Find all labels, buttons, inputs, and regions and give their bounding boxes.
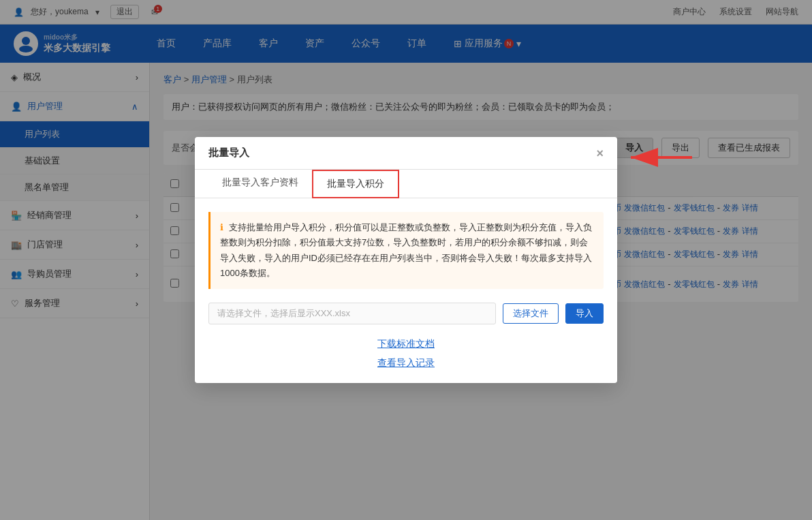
file-input-row: 请选择文件，选择后显示XXX.xlsx 选择文件 导入 — [208, 303, 604, 324]
modal-import-button[interactable]: 导入 — [565, 303, 604, 324]
choose-file-button[interactable]: 选择文件 — [503, 303, 559, 324]
info-icon: ℹ — [220, 222, 223, 232]
modal-dialog: 批量导入 × 批量导入客户资料 批量导入积分 ℹ 支持批量给用户导入积分，积分值… — [195, 137, 617, 382]
modal-links: 下载标准文档 查看导入记录 — [208, 338, 604, 369]
modal-overlay[interactable]: 批量导入 × 批量导入客户资料 批量导入积分 ℹ 支持批量给用户导入积分，积分值… — [0, 0, 812, 520]
modal-header: 批量导入 × — [195, 137, 617, 170]
modal-close-button[interactable]: × — [596, 147, 604, 159]
file-placeholder: 请选择文件，选择后显示XXX.xlsx — [208, 303, 496, 324]
modal-title: 批量导入 — [208, 147, 249, 159]
download-template-link[interactable]: 下载标准文档 — [377, 338, 435, 350]
modal-info-text: 支持批量给用户导入积分，积分值可以是正整数或负整数，导入正整数则为积分充值，导入… — [220, 222, 592, 277]
modal-tab-points[interactable]: 批量导入积分 — [312, 170, 399, 198]
modal-info-box: ℹ 支持批量给用户导入积分，积分值可以是正整数或负整数，导入正整数则为积分充值，… — [208, 212, 604, 288]
import-log-link[interactable]: 查看导入记录 — [377, 357, 435, 369]
modal-tab-customer-data[interactable]: 批量导入客户资料 — [208, 170, 312, 198]
modal-wrapper: 批量导入 × 批量导入客户资料 批量导入积分 ℹ 支持批量给用户导入积分，积分值… — [195, 137, 617, 382]
modal-tabs: 批量导入客户资料 批量导入积分 — [195, 170, 617, 198]
modal-body: ℹ 支持批量给用户导入积分，积分值可以是正整数或负整数，导入正整数则为积分充值，… — [195, 198, 617, 382]
